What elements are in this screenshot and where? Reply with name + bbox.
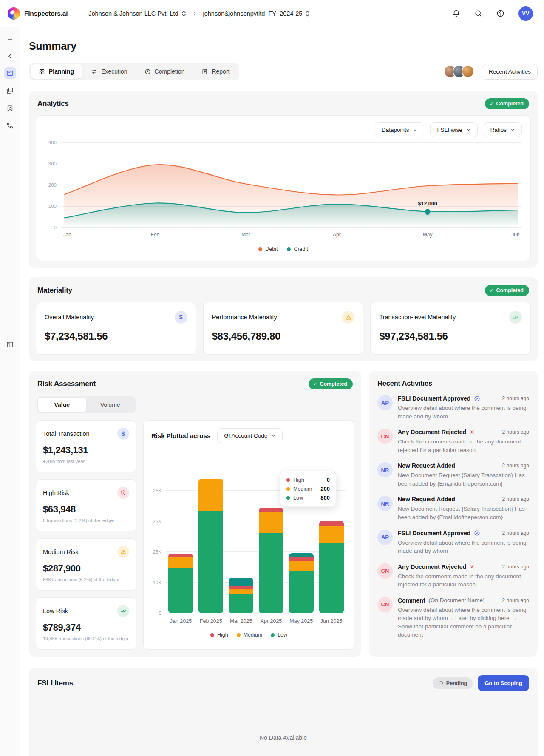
user-avatar[interactable]: VV xyxy=(518,6,533,21)
bar-segment-high[interactable] xyxy=(319,521,344,526)
gl-account-code-dropdown[interactable]: GI Account Code xyxy=(217,428,283,443)
app-logo-icon xyxy=(8,7,20,20)
tab-execution-label: Execution xyxy=(101,68,127,75)
fsli-wise-dropdown[interactable]: FSLI wise xyxy=(430,122,477,137)
activity-item[interactable]: CN Comment (On Document Name) 2 hours ag… xyxy=(377,597,529,639)
notifications-bell-icon[interactable] xyxy=(452,9,460,17)
x-tick-label: Feb xyxy=(151,232,160,238)
ratios-dropdown[interactable]: Ratios xyxy=(484,122,522,137)
bar-segment-medium[interactable] xyxy=(229,589,253,594)
datapoints-dropdown[interactable]: Datapoints xyxy=(375,122,425,137)
bar-segment-other[interactable] xyxy=(229,578,253,586)
tab-completion-label: Completion xyxy=(155,68,185,75)
x-tick-label: Apr 2025 xyxy=(261,618,282,624)
sidebar-item-workflow[interactable] xyxy=(4,119,16,131)
recent-activities-button[interactable]: Recent Activities xyxy=(482,64,538,80)
check-icon: ✓ xyxy=(313,381,317,387)
team-avatar-group xyxy=(444,65,474,78)
panel-toggle-icon[interactable] xyxy=(4,338,16,350)
y-tick-label: 100 xyxy=(48,204,57,209)
bar-segment-high[interactable] xyxy=(168,554,193,557)
card-amount: $63,948 xyxy=(43,504,129,515)
chevron-down-icon xyxy=(413,128,417,132)
activity-item[interactable]: NR New Request Added 2 hours ago New Doc… xyxy=(377,462,529,488)
x-tick-label: Jun xyxy=(511,232,519,238)
activity-list: AP FSLI Document Approved 2 hours ago Ov… xyxy=(377,395,529,639)
bar-segment-medium[interactable] xyxy=(168,557,193,568)
x-tick-label: Mar 2025 xyxy=(230,618,252,624)
search-icon[interactable] xyxy=(474,9,482,17)
activity-item[interactable]: NR New Request Added 2 hours ago New Doc… xyxy=(377,496,529,521)
sidebar-item-dashboard[interactable] xyxy=(4,67,16,79)
activity-avatar: NR xyxy=(377,462,393,477)
area-chart-plot: $12,000 xyxy=(61,142,522,227)
transaction-materiality-card: Transaction-level Materiality $97,234,58… xyxy=(370,302,531,355)
breadcrumb-company[interactable]: Johnson & Johnson LLC Pvt. Ltd xyxy=(88,10,186,17)
low-risk-card: Low Risk $789,374 19,868 transactions (9… xyxy=(36,597,136,650)
card-amount: $7,234,581.56 xyxy=(45,330,187,342)
bar-segment-other[interactable] xyxy=(289,553,314,557)
bar-segment-high[interactable] xyxy=(289,557,314,561)
activity-title: New Request Added xyxy=(398,496,455,503)
sidebar-item-bookmarks[interactable] xyxy=(4,102,16,114)
activity-item[interactable]: CN Any Document Rejected 2 hours ago Che… xyxy=(377,563,529,589)
legend-item: Low xyxy=(271,632,287,638)
analytics-chart-card: Datapoints FSLI wise Ratios 400300200100… xyxy=(36,115,531,261)
chevron-down-icon xyxy=(510,128,515,132)
tooltip-row: Medium200 xyxy=(286,484,330,493)
materiality-title: Materiality xyxy=(37,286,72,295)
bar-segment-medium[interactable] xyxy=(259,512,283,532)
top-navbar: FInspectors.ai Johnson & Johnson LLC Pvt… xyxy=(0,0,544,27)
x-tick-label: May 2025 xyxy=(289,618,313,624)
bar-segment-low[interactable] xyxy=(289,571,314,613)
area-chart-legend: DebitCredit xyxy=(45,246,522,252)
breadcrumb-engagement[interactable]: johnson&johnsonpvtltd_FY_2024-25 xyxy=(203,10,310,17)
card-label: Overall Materiality xyxy=(45,314,94,321)
bar-segment-medium[interactable] xyxy=(289,561,314,571)
bar-segment-low[interactable] xyxy=(319,543,344,613)
bar-chart-tooltip: High0Medium200Low800 xyxy=(280,471,336,507)
toggle-volume[interactable]: Volume xyxy=(86,398,135,412)
activity-time: 2 hours ago xyxy=(502,395,529,401)
bar-jun-2025 xyxy=(319,521,344,613)
bar-segment-high[interactable] xyxy=(259,508,283,512)
activity-item[interactable]: AP FSLI Document Approved 2 hours ago Ov… xyxy=(377,530,529,555)
bar-mar-2025 xyxy=(229,578,253,613)
bar-segment-high[interactable] xyxy=(229,586,253,589)
risk-title: Risk Assessment xyxy=(37,380,96,388)
area-chart-x-axis: JanFebMarAprMayJun xyxy=(61,232,522,239)
activity-description: Check the comments made in the any docum… xyxy=(398,438,529,454)
bar-segment-low[interactable] xyxy=(259,533,283,614)
activity-item[interactable]: CN Any Document Rejected 2 hours ago Che… xyxy=(377,429,529,454)
double-check-icon xyxy=(117,605,129,617)
legend-item: Credit xyxy=(287,246,308,252)
go-to-scoping-button[interactable]: Go to Scoping xyxy=(478,675,529,691)
activity-title: Any Document Rejected xyxy=(398,563,466,570)
y-tick-label: 25K xyxy=(153,549,162,554)
bar-segment-low[interactable] xyxy=(168,568,193,613)
bar-segment-low[interactable] xyxy=(229,594,253,613)
bar-segment-medium[interactable] xyxy=(198,479,223,511)
bar-segment-medium[interactable] xyxy=(319,526,344,543)
shield-alert-icon xyxy=(117,487,129,499)
sidebar-item-documents[interactable] xyxy=(4,85,16,97)
y-tick-label: 10K xyxy=(153,580,162,585)
minimize-icon[interactable] xyxy=(4,33,16,45)
bar-segment-low[interactable] xyxy=(198,511,223,613)
collapse-chevron-left-icon[interactable] xyxy=(4,50,16,62)
tab-planning[interactable]: Planning xyxy=(31,64,82,79)
chevron-updown-icon xyxy=(305,11,310,17)
tab-report[interactable]: Report xyxy=(193,64,238,79)
card-label: Medium Risk xyxy=(43,549,79,555)
risk-bar-chart-card: Risk Plotted across GI Account Code High… xyxy=(143,420,354,650)
activity-item[interactable]: AP FSLI Document Approved 2 hours ago Ov… xyxy=(377,395,529,421)
warning-triangle-icon xyxy=(117,546,129,558)
card-label: High Risk xyxy=(43,489,69,496)
tab-completion[interactable]: Completion xyxy=(136,64,193,79)
main-content: Summary Planning Execution Completion Re… xyxy=(20,27,544,756)
tab-execution[interactable]: Execution xyxy=(83,64,135,79)
help-icon[interactable] xyxy=(496,9,504,17)
activity-time: 2 hours ago xyxy=(502,429,529,435)
value-volume-toggle: Value Volume xyxy=(37,396,136,413)
toggle-value[interactable]: Value xyxy=(38,398,86,412)
